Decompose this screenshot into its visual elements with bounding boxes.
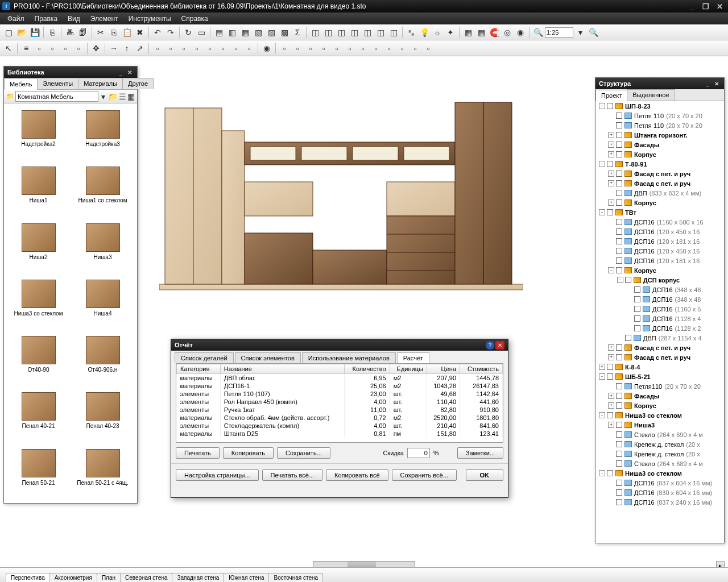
align5-icon[interactable]: ▫: [204, 42, 216, 55]
tree-row[interactable]: ДСП16(1128 x 4: [595, 314, 724, 323]
tree-row[interactable]: ДСП16(120 x 450 x 16: [595, 246, 724, 256]
expander-icon[interactable]: [626, 315, 632, 322]
checkbox[interactable]: [616, 248, 622, 254]
checkbox[interactable]: [634, 286, 640, 293]
expander-icon[interactable]: -: [599, 209, 605, 215]
library-item[interactable]: Пенал 40-21: [7, 389, 69, 443]
structure-tab[interactable]: Выделенное: [627, 89, 675, 101]
combo-drop-icon[interactable]: ▾: [100, 92, 107, 102]
checkbox[interactable]: [616, 480, 622, 486]
copy-icon[interactable]: ⎘: [107, 26, 120, 39]
cube3-icon[interactable]: ◫: [335, 26, 348, 39]
maximize-button[interactable]: ❐: [700, 2, 712, 11]
library-item[interactable]: Надстройка3: [72, 107, 134, 161]
redo-icon[interactable]: ↷: [164, 26, 177, 39]
tree-row[interactable]: +Фасад с пет. и руч: [595, 343, 724, 352]
checkbox[interactable]: [616, 499, 622, 505]
checkbox[interactable]: [616, 228, 622, 235]
library-item[interactable]: Ниша4: [72, 276, 134, 330]
tree-row[interactable]: +Фасад с пет. и руч: [595, 352, 724, 362]
tree-row[interactable]: +Корпус: [595, 198, 724, 207]
view-tab[interactable]: Перспектива: [6, 573, 50, 582]
tree-row[interactable]: ДСП16(837 x 604 x 16 мм): [595, 478, 724, 488]
print-preview-icon[interactable]: 🗐: [77, 26, 89, 39]
table-row[interactable]: материалыДСП16-125,06м21043,2826147,83: [177, 382, 503, 390]
expander-icon[interactable]: +: [608, 402, 614, 409]
paste-icon[interactable]: 📋: [121, 26, 133, 39]
tree-row[interactable]: +К-8-4: [595, 362, 724, 372]
library-item[interactable]: От40-90: [7, 332, 69, 386]
column-header[interactable]: Цена: [427, 364, 460, 374]
grid2-icon[interactable]: ▦: [475, 26, 487, 39]
tree-row[interactable]: Петля110(20 x 70 x 20: [595, 381, 724, 391]
table-row[interactable]: материалыШтанга D250,81пм151,80123,41: [177, 430, 503, 438]
checkbox[interactable]: [616, 171, 622, 177]
align4-icon[interactable]: ▫: [191, 42, 203, 55]
light-icon[interactable]: ☼: [431, 26, 444, 39]
library-item[interactable]: Ниша3 со стеклом: [7, 276, 69, 330]
column-header[interactable]: Количество: [345, 364, 390, 374]
checkbox[interactable]: [616, 122, 622, 128]
expander-icon[interactable]: [626, 306, 632, 312]
checkbox[interactable]: [634, 296, 640, 302]
checkbox[interactable]: [616, 354, 622, 360]
print-icon[interactable]: 🖶: [64, 26, 76, 39]
align6-icon[interactable]: ▫: [217, 42, 229, 55]
tree-row[interactable]: +Корпус: [595, 149, 724, 159]
tree-row[interactable]: Крепеж д. стекол(20 x: [595, 449, 724, 459]
expander-icon[interactable]: [608, 489, 614, 496]
menu-Элемент[interactable]: Элемент: [85, 14, 123, 24]
view-tab[interactable]: Восточная стена: [268, 573, 323, 582]
report-tab[interactable]: Использование материалов: [302, 352, 396, 363]
panel5-icon[interactable]: ▨: [265, 26, 278, 39]
dist11-icon[interactable]: ▫: [409, 42, 421, 55]
expander-icon[interactable]: -: [599, 103, 605, 109]
expander-icon[interactable]: -: [599, 373, 605, 380]
tree-row[interactable]: ДСП16(1160 x 5: [595, 304, 724, 314]
dist5-icon[interactable]: ▫: [330, 42, 343, 55]
t2c-icon[interactable]: ▫: [59, 42, 72, 55]
bulb-icon[interactable]: 💡: [418, 26, 431, 39]
dist1-icon[interactable]: ▫: [278, 42, 291, 55]
library-item[interactable]: Ниша1: [7, 163, 69, 217]
panel-close-icon[interactable]: ✕: [126, 68, 134, 76]
magnet-icon[interactable]: 🧲: [488, 26, 500, 39]
expander-icon[interactable]: [608, 499, 614, 505]
tree-row[interactable]: +Корпус: [595, 401, 724, 410]
page-setup-button[interactable]: Настройка страницы...: [176, 469, 259, 481]
expander-icon[interactable]: [608, 122, 614, 128]
cube7-icon[interactable]: ◫: [387, 26, 400, 39]
checkbox[interactable]: [625, 277, 631, 283]
menu-Инструменты[interactable]: Инструменты: [123, 14, 176, 24]
delete-icon[interactable]: ✖: [134, 26, 146, 39]
menu-Вид[interactable]: Вид: [63, 14, 85, 24]
arrow-r-icon[interactable]: →: [107, 42, 120, 55]
library-item[interactable]: Пенал 40-23: [72, 389, 134, 443]
zoom-icon[interactable]: 🔍: [532, 26, 544, 39]
expander-icon[interactable]: [608, 257, 614, 264]
expander-icon[interactable]: +: [608, 393, 614, 399]
checkbox[interactable]: [616, 383, 622, 389]
menu-Справка[interactable]: Справка: [176, 14, 213, 24]
view-grid-icon[interactable]: ▦: [127, 92, 135, 102]
dist12-icon[interactable]: ▫: [422, 42, 435, 55]
center-icon[interactable]: ◉: [260, 42, 273, 55]
wall-icon[interactable]: ≡: [20, 42, 32, 55]
tree-row[interactable]: ДСП16(348 x 48: [595, 294, 724, 304]
save-icon[interactable]: 💾: [28, 26, 41, 39]
cube2-icon[interactable]: ◫: [322, 26, 334, 39]
library-item[interactable]: Пенал 50-21 с 4ящ.: [72, 446, 134, 500]
library-item[interactable]: Ниша2: [7, 220, 69, 274]
panel-min-icon[interactable]: _: [117, 68, 125, 76]
tree-row[interactable]: +Штанга горизонт.: [595, 130, 724, 140]
print-button[interactable]: Печатать: [176, 447, 220, 459]
zoom-drop-icon[interactable]: ▾: [574, 26, 586, 39]
expander-icon[interactable]: [608, 480, 614, 486]
checkbox[interactable]: [616, 132, 622, 138]
dist3-icon[interactable]: ▫: [304, 42, 317, 55]
close-icon[interactable]: ✕: [495, 341, 504, 350]
tree-row[interactable]: ДСП16(1128 x 2: [595, 323, 724, 333]
folder-combo[interactable]: [15, 91, 98, 102]
panel3-icon[interactable]: ▦: [239, 26, 251, 39]
expander-icon[interactable]: [626, 286, 632, 293]
